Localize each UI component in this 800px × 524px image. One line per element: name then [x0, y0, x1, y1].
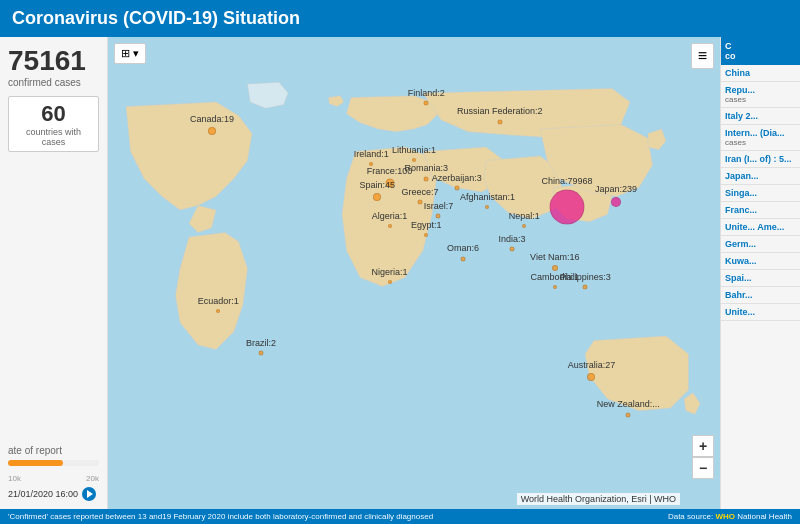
right-item-name: Iran (I... of) : 5...	[725, 154, 796, 164]
map-dot	[485, 205, 489, 209]
map-dot	[208, 127, 216, 135]
source-who: WHO	[716, 512, 736, 521]
map-dot	[454, 186, 459, 191]
bar-fill	[8, 460, 63, 466]
map-label: Oman:6	[447, 243, 479, 253]
right-sidebar-item[interactable]: Repu...cases	[721, 82, 800, 108]
map-label: New Zealand:...	[597, 399, 660, 409]
right-item-name: Spai...	[725, 273, 796, 283]
map-dot	[424, 233, 428, 237]
right-item-name: Singa...	[725, 188, 796, 198]
right-sidebar-item[interactable]: Singa...	[721, 185, 800, 202]
filter-button[interactable]: ⊞ ▾	[114, 43, 146, 64]
list-icon: ≡	[698, 47, 707, 64]
map-dot	[388, 224, 392, 228]
map-label: Cambodia:1	[530, 272, 579, 282]
map-dot	[412, 158, 416, 162]
map-label: Egypt:1	[411, 220, 442, 230]
right-sidebar-item[interactable]: Unite... Ame...	[721, 219, 800, 236]
dropdown-arrow: ▾	[133, 47, 139, 60]
list-view-button[interactable]: ≡	[691, 43, 714, 69]
play-row: 21/01/2020 16:00	[8, 487, 99, 501]
zoom-out-button[interactable]: −	[692, 457, 714, 479]
play-button[interactable]	[82, 487, 96, 501]
map-label: Greece:7	[402, 187, 439, 197]
map-label: Algeria:1	[372, 211, 408, 221]
map-dot	[388, 280, 392, 284]
map-dot	[424, 176, 429, 181]
map-label: Ecuador:1	[198, 296, 239, 306]
right-sidebar-item[interactable]: Italy 2...	[721, 108, 800, 125]
right-sidebar-item[interactable]: Kuwa...	[721, 253, 800, 270]
map-dot	[626, 412, 631, 417]
countries-box: 60 countries with cases	[8, 96, 99, 152]
right-item-name: Unite...	[725, 307, 796, 317]
map-label: Brazil:2	[246, 338, 276, 348]
map-dot	[418, 200, 423, 205]
map-label: Russian Federation:2	[457, 106, 543, 116]
map-label: Israel:7	[424, 201, 454, 211]
map-dot	[436, 214, 441, 219]
map-label: Canada:19	[190, 114, 234, 124]
map-label: Viet Nam:16	[530, 252, 579, 262]
right-sidebar-item[interactable]: Franc...	[721, 202, 800, 219]
main-content: 75161 confirmed cases 60 countries with …	[0, 37, 800, 509]
map-toolbar: ⊞ ▾	[114, 43, 146, 64]
right-sidebar-item[interactable]: Bahr...	[721, 287, 800, 304]
map-dot	[424, 101, 429, 106]
right-sidebar-item[interactable]: China	[721, 65, 800, 82]
right-item-name: Italy 2...	[725, 111, 796, 121]
filter-icon: ⊞	[121, 47, 130, 60]
source-suffix: National Health	[737, 512, 792, 521]
footer-source: Data source: WHO National Health	[668, 512, 792, 521]
app-container: Coronavirus (COVID-19) Situation 75161 c…	[0, 0, 800, 524]
zoom-controls: + −	[692, 435, 714, 479]
map-dot	[509, 247, 514, 252]
map-dot	[611, 197, 621, 207]
right-sidebar-item[interactable]: Germ...	[721, 236, 800, 253]
right-sidebar-item[interactable]: Iran (I... of) : 5...	[721, 151, 800, 168]
right-item-name: Unite... Ame...	[725, 222, 796, 232]
footer-note: 'Confirmed' cases reported between 13 an…	[8, 512, 433, 521]
map-dot	[553, 285, 557, 289]
map-dot	[373, 193, 381, 201]
map-label: Lithuania:1	[392, 145, 436, 155]
map-dot	[550, 189, 585, 224]
right-item-name: China	[725, 68, 796, 78]
map-label: Nigeria:1	[372, 267, 408, 277]
map-label: China:79968	[541, 176, 592, 186]
right-item-name: Repu...	[725, 85, 796, 95]
left-sidebar: 75161 confirmed cases 60 countries with …	[0, 37, 108, 509]
right-sidebar-item[interactable]: Japan...	[721, 168, 800, 185]
right-item-name: Franc...	[725, 205, 796, 215]
map-label: Nepal:1	[509, 211, 540, 221]
map-dot	[369, 162, 373, 166]
axis-labels: 10k 20k	[8, 474, 99, 483]
play-icon	[87, 490, 93, 498]
map-label: Afghanistan:1	[460, 192, 515, 202]
confirmed-number: 75161	[8, 45, 99, 77]
right-header-text: Cco	[725, 41, 736, 61]
right-sidebar-item[interactable]: Unite...	[721, 304, 800, 321]
map-label: India:3	[498, 234, 525, 244]
map-dot	[385, 179, 394, 188]
zoom-in-button[interactable]: +	[692, 435, 714, 457]
date-label: 21/01/2020 16:00	[8, 489, 78, 499]
axis-max: 20k	[86, 474, 99, 483]
page-title: Coronavirus (COVID-19) Situation	[12, 8, 300, 29]
map-label: Romania:3	[404, 163, 448, 173]
right-item-name: Germ...	[725, 239, 796, 249]
map-dot	[552, 265, 558, 271]
right-item-name: Japan...	[725, 171, 796, 181]
countries-label: countries with cases	[13, 127, 94, 147]
right-item-name: Kuwa...	[725, 256, 796, 266]
map-attribution: World Health Organization, Esri | WHO	[517, 493, 680, 505]
map-label: Finland:2	[408, 88, 445, 98]
right-sidebar-item[interactable]: Spai...	[721, 270, 800, 287]
map-dot	[587, 373, 595, 381]
progress-bar	[8, 460, 99, 466]
right-sidebar-header: Cco	[721, 37, 800, 65]
right-sidebar-item[interactable]: Intern... (Dia...cases	[721, 125, 800, 151]
confirmed-label: confirmed cases	[8, 77, 99, 88]
map-label: Ireland:1	[354, 149, 389, 159]
